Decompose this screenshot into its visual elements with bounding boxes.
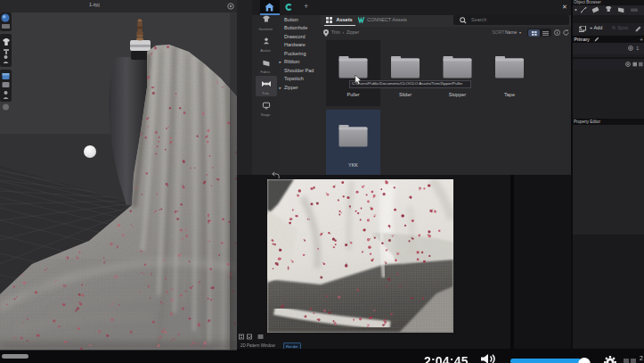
svg-text:1: 1 <box>636 45 640 51</box>
